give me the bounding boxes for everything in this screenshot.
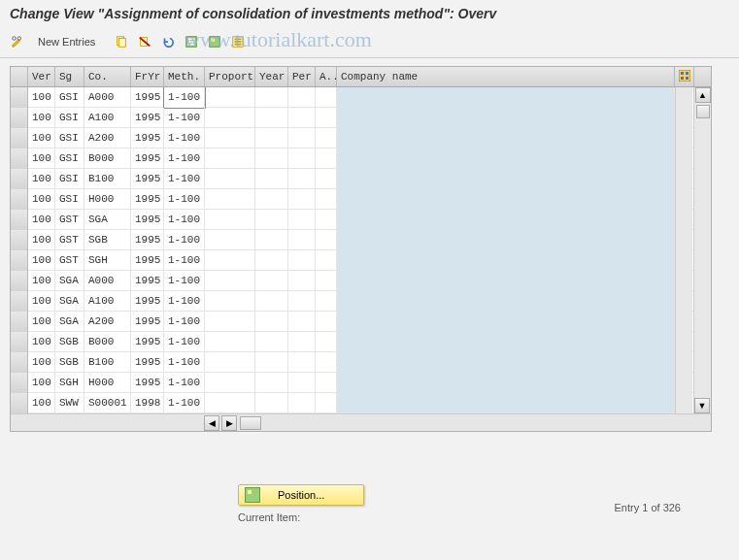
copy-button[interactable] (112, 32, 131, 51)
cell-per[interactable] (288, 393, 316, 413)
cell-company-name[interactable] (337, 393, 675, 413)
cell-per[interactable] (288, 332, 316, 352)
cell-fryr[interactable]: 1995 (131, 148, 164, 169)
cell-per[interactable] (288, 352, 316, 373)
row-selector[interactable] (11, 352, 28, 373)
cell-year[interactable] (255, 312, 288, 332)
table-row[interactable]: 100SWWS0000119981-100 (11, 393, 711, 413)
col-per[interactable]: Per (288, 67, 316, 86)
cell-a[interactable] (316, 128, 337, 148)
cell-fryr[interactable]: 1995 (131, 189, 164, 210)
cell-proport[interactable] (205, 393, 255, 413)
table-row[interactable]: 100SGAA00019951-100 (11, 271, 711, 291)
cell-company-name[interactable] (337, 250, 675, 271)
table-row[interactable]: 100GSIB00019951-100 (11, 148, 711, 169)
cell-proport[interactable] (205, 373, 255, 393)
row-selector[interactable] (11, 87, 28, 108)
cell-year[interactable] (255, 128, 288, 148)
col-settings[interactable] (675, 67, 694, 86)
cell-ver[interactable]: 100 (28, 87, 55, 108)
col-a[interactable]: A... (316, 67, 337, 86)
cell-fryr[interactable]: 1995 (131, 87, 164, 108)
cell-ver[interactable]: 100 (28, 393, 55, 413)
cell-meth[interactable]: 1-100 (164, 291, 205, 312)
cell-meth[interactable]: 1-100 (164, 108, 205, 128)
table-row[interactable]: 100SGAA20019951-100 (11, 312, 711, 332)
row-selector[interactable] (11, 312, 28, 332)
table-row[interactable]: 100GSTSGH19951-100 (11, 250, 711, 271)
cell-per[interactable] (288, 230, 316, 250)
cell-year[interactable] (255, 189, 288, 210)
cell-company-name[interactable] (337, 291, 675, 312)
cell-ver[interactable]: 100 (28, 352, 55, 373)
cell-fryr[interactable]: 1995 (131, 332, 164, 352)
scroll-left-icon[interactable]: ◀ (204, 415, 219, 431)
cell-year[interactable] (255, 352, 288, 373)
cell-meth[interactable]: 1-100 (164, 332, 205, 352)
row-selector[interactable] (11, 128, 28, 148)
cell-a[interactable] (316, 230, 337, 250)
cell-ver[interactable]: 100 (28, 148, 55, 169)
cell-ver[interactable]: 100 (28, 210, 55, 230)
cell-a[interactable] (316, 108, 337, 128)
cell-co[interactable]: S00001 (84, 393, 131, 413)
cell-sg[interactable]: SWW (55, 393, 84, 413)
col-year[interactable]: Year (255, 67, 288, 86)
cell-co[interactable]: SGH (84, 250, 131, 271)
cell-co[interactable]: B000 (84, 148, 131, 169)
cell-company-name[interactable] (337, 312, 675, 332)
cell-company-name[interactable] (337, 108, 675, 128)
cell-meth[interactable]: 1-100 (164, 189, 205, 210)
cell-ver[interactable]: 100 (28, 108, 55, 128)
cell-company-name[interactable] (337, 352, 675, 373)
cell-co[interactable]: A000 (84, 87, 131, 108)
cell-sg[interactable]: GSI (55, 108, 84, 128)
col-sg[interactable]: Sg (55, 67, 84, 86)
cell-year[interactable] (255, 373, 288, 393)
cell-sg[interactable]: SGB (55, 352, 84, 373)
col-selector[interactable] (11, 67, 28, 86)
table-row[interactable]: 100GSIH00019951-100 (11, 189, 711, 210)
cell-co[interactable]: H000 (84, 189, 131, 210)
cell-fryr[interactable]: 1995 (131, 271, 164, 291)
cell-year[interactable] (255, 210, 288, 230)
table-row[interactable]: 100GSIA10019951-100 (11, 108, 711, 128)
cell-meth[interactable]: 1-100 (164, 312, 205, 332)
cell-sg[interactable]: SGB (55, 332, 84, 352)
col-co[interactable]: Co. (84, 67, 131, 86)
cell-ver[interactable]: 100 (28, 250, 55, 271)
table-row[interactable]: 100SGBB00019951-100 (11, 332, 711, 352)
cell-a[interactable] (316, 87, 337, 108)
toggle-button[interactable] (8, 32, 27, 51)
cell-meth[interactable]: 1-100 (164, 373, 205, 393)
cell-sg[interactable]: GST (55, 210, 84, 230)
cell-a[interactable] (316, 352, 337, 373)
cell-proport[interactable] (205, 210, 255, 230)
table-row[interactable]: 100GSTSGA19951-100 (11, 210, 711, 230)
cell-proport[interactable] (205, 169, 255, 189)
row-selector[interactable] (11, 210, 28, 230)
cell-meth[interactable]: 1-100 (164, 393, 205, 413)
cell-meth[interactable]: 1-100 (164, 128, 205, 148)
cell-co[interactable]: B100 (84, 169, 131, 189)
cell-co[interactable]: A100 (84, 291, 131, 312)
col-company-name[interactable]: Company name (337, 67, 675, 86)
col-ver[interactable]: Ver (28, 67, 55, 86)
scroll-down-icon[interactable]: ▼ (694, 398, 710, 413)
cell-proport[interactable] (205, 189, 255, 210)
cell-proport[interactable] (205, 87, 255, 108)
cell-ver[interactable]: 100 (28, 128, 55, 148)
cell-proport[interactable] (205, 291, 255, 312)
row-selector[interactable] (11, 230, 28, 250)
cell-fryr[interactable]: 1995 (131, 312, 164, 332)
cell-proport[interactable] (205, 230, 255, 250)
table-row[interactable]: 100GSIA00019951-100 (11, 87, 711, 108)
cell-year[interactable] (255, 169, 288, 189)
cell-per[interactable] (288, 210, 316, 230)
row-selector[interactable] (11, 189, 28, 210)
cell-fryr[interactable]: 1995 (131, 373, 164, 393)
cell-fryr[interactable]: 1995 (131, 250, 164, 271)
cell-year[interactable] (255, 393, 288, 413)
table-row[interactable]: 100GSIA20019951-100 (11, 128, 711, 148)
cell-sg[interactable]: SGA (55, 312, 84, 332)
